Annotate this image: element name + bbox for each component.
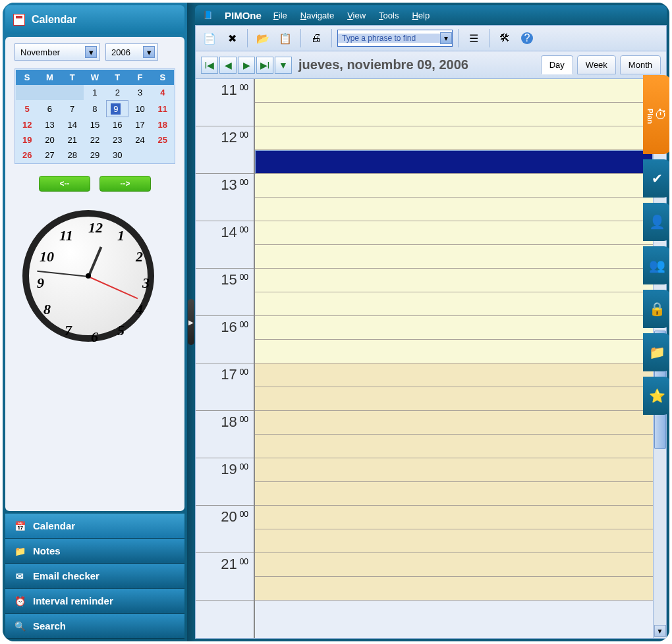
time-slot[interactable] (255, 245, 653, 269)
side-tab-favorites[interactable]: ⭐ (643, 377, 669, 415)
time-slot[interactable] (255, 292, 653, 316)
cal-day[interactable]: 26 (16, 148, 38, 163)
sidebar-item-notes[interactable]: 📁Notes (5, 539, 184, 564)
app-icon: 📘 (203, 11, 213, 20)
prev-button[interactable]: ◀ (219, 57, 237, 74)
first-button[interactable]: I◀ (201, 57, 218, 74)
time-slot[interactable] (255, 79, 653, 103)
month-select[interactable]: November ▾ (14, 43, 100, 61)
list-button[interactable]: ☰ (464, 28, 484, 48)
cal-day[interactable]: 18 (152, 117, 174, 132)
sidebar-item-calendar[interactable]: 📅Calendar (5, 514, 184, 539)
time-label: 1200 (196, 126, 254, 174)
sidebar-item-email-checker[interactable]: ✉Email checker (5, 564, 184, 589)
search-dropdown-button[interactable]: ▾ (440, 32, 452, 44)
time-slot[interactable] (255, 435, 653, 458)
side-tab-contacts[interactable]: 👤 (643, 203, 669, 241)
filter-button[interactable]: ▼ (275, 57, 292, 74)
time-slot[interactable] (255, 269, 653, 292)
cal-day[interactable]: 28 (61, 148, 84, 163)
menu-view[interactable]: View (347, 11, 366, 20)
time-slot[interactable] (255, 198, 653, 221)
cal-day[interactable]: 7 (61, 100, 84, 117)
cal-day[interactable]: 8 (84, 100, 106, 117)
side-tab-folder[interactable]: 📁 (643, 333, 669, 371)
cal-day[interactable]: 20 (38, 132, 61, 148)
year-select[interactable]: 2006 ▾ (105, 43, 158, 61)
cal-day[interactable]: 15 (84, 117, 106, 132)
menu-file[interactable]: File (273, 11, 287, 20)
delete-button[interactable]: ✖ (222, 28, 242, 48)
menu-help[interactable]: Help (412, 11, 430, 20)
time-slot[interactable] (255, 221, 653, 245)
time-slot[interactable] (255, 506, 653, 529)
cal-day[interactable]: 22 (84, 132, 106, 148)
cal-day[interactable]: 14 (61, 117, 84, 132)
time-slot[interactable] (255, 316, 653, 340)
menu-tools[interactable]: Tools (379, 11, 399, 20)
splitter[interactable]: ▶ (187, 3, 195, 641)
cal-day[interactable]: 27 (38, 148, 61, 163)
open-button[interactable]: 📂 (253, 28, 273, 48)
cal-day[interactable]: 1 (84, 85, 106, 100)
help-button[interactable]: ? (517, 28, 537, 48)
time-slot[interactable] (255, 387, 653, 411)
time-slot[interactable] (255, 363, 653, 387)
time-slot[interactable] (255, 174, 653, 198)
last-button[interactable]: ▶I (256, 57, 273, 74)
cal-day[interactable]: 11 (152, 100, 174, 117)
search-input[interactable] (338, 34, 440, 43)
next-month-button[interactable]: --> (99, 176, 151, 192)
cal-day[interactable]: 5 (16, 100, 38, 117)
cal-day[interactable]: 12 (16, 117, 38, 132)
cal-day[interactable]: 2 (106, 85, 128, 100)
new-doc-button[interactable]: 📄 (200, 28, 219, 48)
time-slot[interactable] (255, 529, 653, 553)
chevron-down-icon[interactable]: ▾ (143, 46, 155, 58)
cal-day[interactable]: 19 (16, 132, 38, 148)
time-slot[interactable] (255, 482, 653, 506)
copy-button[interactable]: 📋 (275, 28, 295, 48)
cal-day[interactable]: 9 (106, 100, 128, 117)
cal-day[interactable]: 23 (106, 132, 128, 148)
cal-day[interactable]: 24 (128, 132, 151, 148)
time-slot[interactable] (255, 340, 653, 363)
sidebar-item-interval-reminder[interactable]: ⏰Interval reminder (5, 589, 184, 614)
side-tab-secure[interactable]: 🔒 (643, 290, 669, 328)
cal-day[interactable]: 21 (61, 132, 84, 148)
time-slot[interactable] (255, 103, 653, 126)
cal-day[interactable]: 13 (38, 117, 61, 132)
time-slot[interactable] (255, 553, 653, 577)
event-column[interactable] (255, 79, 653, 638)
tab-month[interactable]: Month (620, 55, 661, 74)
sidebar-item-search[interactable]: 🔍Search (5, 614, 184, 639)
options-button[interactable]: 🛠 (495, 28, 515, 48)
time-slot[interactable] (255, 577, 653, 601)
cal-day[interactable]: 25 (152, 132, 174, 148)
cal-day[interactable]: 29 (84, 148, 106, 163)
side-tab-tasks[interactable]: ✔ (643, 159, 669, 198)
cal-day[interactable]: 6 (38, 100, 61, 117)
email-icon: ✉ (13, 570, 26, 583)
cal-day[interactable]: 30 (106, 148, 128, 163)
tab-day[interactable]: Day (541, 55, 573, 74)
prev-month-button[interactable]: <-- (39, 176, 90, 192)
time-slot[interactable] (255, 126, 653, 150)
next-button[interactable]: ▶ (238, 57, 255, 74)
side-tab-plan[interactable]: ⏱Plan (643, 75, 669, 154)
time-slot[interactable] (255, 150, 653, 174)
menu-navigate[interactable]: Navigate (300, 11, 334, 20)
print-button[interactable]: 🖨 (306, 28, 326, 48)
chevron-down-icon[interactable]: ▾ (85, 46, 97, 58)
cal-day[interactable]: 4 (152, 85, 174, 100)
side-tab-people[interactable]: 👥 (643, 246, 669, 284)
splitter-handle[interactable]: ▶ (188, 299, 194, 345)
cal-day[interactable]: 16 (106, 117, 128, 132)
time-slot[interactable] (255, 458, 653, 482)
tab-week[interactable]: Week (577, 55, 616, 74)
time-slot[interactable] (255, 411, 653, 435)
cal-day[interactable]: 10 (128, 100, 151, 117)
cal-day[interactable]: 3 (128, 85, 151, 100)
cal-day[interactable]: 17 (128, 117, 151, 132)
scroll-down-button[interactable]: ▼ (654, 625, 666, 637)
